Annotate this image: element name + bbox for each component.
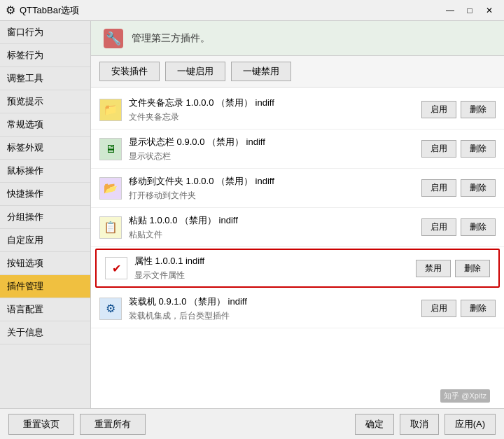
sidebar-item-1[interactable]: 标签行为 <box>0 44 90 67</box>
plugin-desc-plugin-5: 显示文件属性 <box>134 270 409 281</box>
plugin-actions-plugin-4: 启用 删除 <box>421 218 496 236</box>
apply-button[interactable]: 应用(A) <box>444 414 496 435</box>
plugin-icon-plugin-3: 📂 <box>99 177 122 200</box>
sidebar-item-2[interactable]: 调整工具 <box>0 67 90 90</box>
plugin-name-plugin-3: 移动到文件夹 1.0.0.0 （禁用） indiff <box>129 175 414 188</box>
confirm-button[interactable]: 确定 <box>355 414 394 435</box>
sidebar-item-9[interactable]: 自定应用 <box>0 229 90 252</box>
reset-page-button[interactable]: 重置该页 <box>8 414 74 435</box>
footer-left: 重置该页 重置所有 <box>8 414 349 435</box>
plugin-info-plugin-3: 移动到文件夹 1.0.0.0 （禁用） indiff 打开移动到文件夹 <box>129 175 414 202</box>
main-container: 窗口行为标签行为调整工具预览提示常规选项标签外观鼠标操作快捷操作分组操作自定应用… <box>0 21 504 408</box>
cancel-button[interactable]: 取消 <box>400 414 439 435</box>
title-bar-left: ⚙ QTTabBar选项 <box>6 4 79 17</box>
sidebar-item-8[interactable]: 分组操作 <box>0 206 90 229</box>
svg-text:🔧: 🔧 <box>106 31 122 46</box>
sidebar-item-11[interactable]: 插件管理 <box>0 275 90 298</box>
sidebar-item-0[interactable]: 窗口行为 <box>0 21 90 44</box>
title-bar: ⚙ QTTabBar选项 — □ ✕ <box>0 0 504 21</box>
plugin-info-plugin-2: 显示状态栏 0.9.0.0 （禁用） indiff 显示状态栏 <box>129 136 414 162</box>
sidebar-item-5[interactable]: 标签外观 <box>0 137 90 160</box>
plugin-desc-plugin-6: 装载机集成，后台类型插件 <box>129 310 414 322</box>
plugin-icon-plugin-1: 📁 <box>99 99 122 121</box>
disable-all-button[interactable]: 一键禁用 <box>231 62 291 81</box>
plugin-info-plugin-1: 文件夹备忘录 1.0.0.0 （禁用） indiff 文件夹备忘录 <box>129 97 414 123</box>
plugin-list-container: 📁 文件夹备忘录 1.0.0.0 （禁用） indiff 文件夹备忘录 启用 删… <box>91 88 504 408</box>
content-header-title: 管理第三方插件。 <box>132 32 210 45</box>
minimize-button[interactable]: — <box>441 3 459 18</box>
sidebar: 窗口行为标签行为调整工具预览提示常规选项标签外观鼠标操作快捷操作分组操作自定应用… <box>0 21 91 408</box>
plugin-btn2-plugin-2[interactable]: 删除 <box>461 140 496 158</box>
sidebar-item-4[interactable]: 常规选项 <box>0 113 90 137</box>
plugin-icon-plugin-2: 🖥 <box>99 138 122 160</box>
plugin-btn1-plugin-4[interactable]: 启用 <box>421 218 456 236</box>
plugin-item-plugin-5: ✔ 属性 1.0.0.1 indiff 显示文件属性 禁用 删除 <box>95 249 500 288</box>
plugin-name-plugin-2: 显示状态栏 0.9.0.0 （禁用） indiff <box>129 136 414 148</box>
content-header-icon: 🔧 <box>102 27 125 50</box>
sidebar-item-12[interactable]: 语言配置 <box>0 298 90 321</box>
plugin-btn1-plugin-3[interactable]: 启用 <box>421 179 456 197</box>
plugin-info-plugin-6: 装载机 0.9.1.0 （禁用） indiff 装载机集成，后台类型插件 <box>129 295 414 322</box>
close-button[interactable]: ✕ <box>480 3 498 18</box>
plugin-btn1-plugin-6[interactable]: 启用 <box>421 300 456 317</box>
app-icon: ⚙ <box>6 4 15 17</box>
plugin-info-plugin-5: 属性 1.0.0.1 indiff 显示文件属性 <box>134 255 409 281</box>
plugin-desc-plugin-4: 粘贴文件 <box>129 229 414 241</box>
plugin-btn2-plugin-4[interactable]: 删除 <box>461 218 496 236</box>
plugin-name-plugin-1: 文件夹备忘录 1.0.0.0 （禁用） indiff <box>129 97 414 109</box>
plugin-btn2-plugin-5[interactable]: 删除 <box>455 260 490 277</box>
plugin-actions-plugin-2: 启用 删除 <box>421 140 496 158</box>
plugin-info-plugin-4: 粘贴 1.0.0.0 （禁用） indiff 粘贴文件 <box>129 214 414 241</box>
plugin-desc-plugin-2: 显示状态栏 <box>129 151 414 162</box>
plugin-actions-plugin-6: 启用 删除 <box>421 300 496 317</box>
plugin-actions-plugin-3: 启用 删除 <box>421 179 496 197</box>
title-bar-controls: — □ ✕ <box>441 3 498 18</box>
install-plugin-button[interactable]: 安装插件 <box>99 62 160 81</box>
sidebar-item-3[interactable]: 预览提示 <box>0 90 90 113</box>
plugin-item-plugin-6: ⚙ 装载机 0.9.1.0 （禁用） indiff 装载机集成，后台类型插件 启… <box>91 289 504 328</box>
sidebar-item-6[interactable]: 鼠标操作 <box>0 160 90 183</box>
plugin-btn2-plugin-1[interactable]: 删除 <box>461 101 496 118</box>
plugin-btn2-plugin-6[interactable]: 删除 <box>461 300 496 317</box>
plugin-btn1-plugin-2[interactable]: 启用 <box>421 140 456 158</box>
reset-all-button[interactable]: 重置所有 <box>80 414 146 435</box>
sidebar-item-13[interactable]: 关于信息 <box>0 321 90 344</box>
plugin-list: 📁 文件夹备忘录 1.0.0.0 （禁用） indiff 文件夹备忘录 启用 删… <box>91 88 504 408</box>
plugin-btn1-plugin-5[interactable]: 禁用 <box>416 260 451 277</box>
plugin-icon-plugin-6: ⚙ <box>99 298 122 320</box>
plugin-desc-plugin-3: 打开移动到文件夹 <box>129 190 414 202</box>
sidebar-item-10[interactable]: 按钮选项 <box>0 252 90 275</box>
sidebar-item-7[interactable]: 快捷操作 <box>0 183 90 206</box>
content-area: 🔧 管理第三方插件。 安装插件 一键启用 一键禁用 📁 文件夹备忘录 1.0.0… <box>91 21 504 408</box>
enable-all-button[interactable]: 一键启用 <box>165 62 225 81</box>
plugin-btn1-plugin-1[interactable]: 启用 <box>421 101 456 118</box>
plugin-btn2-plugin-3[interactable]: 删除 <box>461 179 496 197</box>
plugin-name-plugin-6: 装载机 0.9.1.0 （禁用） indiff <box>129 295 414 308</box>
content-header: 🔧 管理第三方插件。 <box>91 21 504 56</box>
plugin-item-plugin-2: 🖥 显示状态栏 0.9.0.0 （禁用） indiff 显示状态栏 启用 删除 <box>91 130 504 169</box>
footer-right: 确定 取消 应用(A) <box>355 414 496 435</box>
plugin-actions-plugin-1: 启用 删除 <box>421 101 496 118</box>
plugin-toolbar: 安装插件 一键启用 一键禁用 <box>91 56 504 88</box>
footer: 重置该页 重置所有 确定 取消 应用(A) <box>0 408 504 439</box>
plugin-item-plugin-1: 📁 文件夹备忘录 1.0.0.0 （禁用） indiff 文件夹备忘录 启用 删… <box>91 90 504 130</box>
plugin-name-plugin-5: 属性 1.0.0.1 indiff <box>134 255 409 267</box>
plugin-icon-plugin-5: ✔ <box>105 257 127 279</box>
maximize-button[interactable]: □ <box>461 3 479 18</box>
plugin-actions-plugin-5: 禁用 删除 <box>416 260 490 277</box>
window-title: QTTabBar选项 <box>20 4 79 17</box>
plugin-name-plugin-4: 粘贴 1.0.0.0 （禁用） indiff <box>129 214 414 227</box>
plugin-item-plugin-3: 📂 移动到文件夹 1.0.0.0 （禁用） indiff 打开移动到文件夹 启用… <box>91 169 504 208</box>
plugin-desc-plugin-1: 文件夹备忘录 <box>129 111 414 123</box>
plugin-item-plugin-4: 📋 粘贴 1.0.0.0 （禁用） indiff 粘贴文件 启用 删除 <box>91 208 504 247</box>
plugin-icon-plugin-4: 📋 <box>99 216 122 239</box>
